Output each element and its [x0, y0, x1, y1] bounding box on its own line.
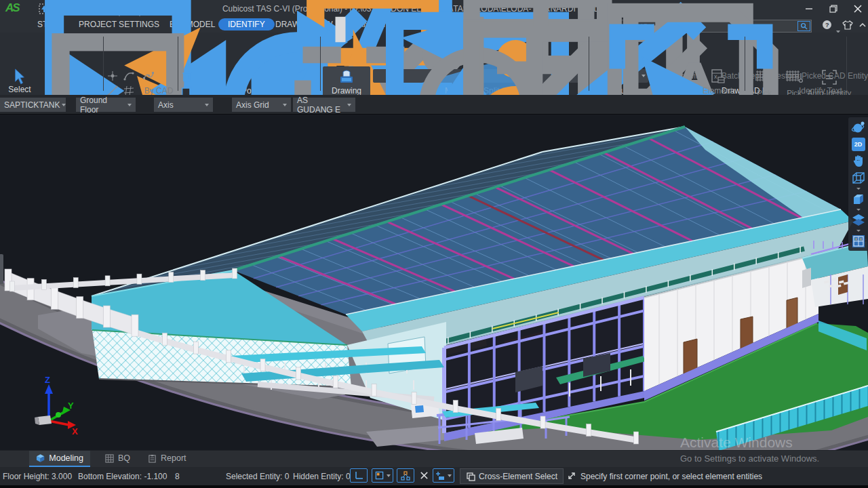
wireframe-view-icon[interactable] [851, 171, 866, 186]
viewport-canvas[interactable]: ZYX 2D KK [0, 114, 868, 451]
side-panel-handle[interactable] [0, 254, 3, 284]
close-button[interactable] [848, 0, 868, 18]
layers-view-icon[interactable] [851, 213, 866, 228]
pick-label-icon [785, 68, 804, 87]
cross-element-icon [466, 472, 475, 481]
delete-icon[interactable] [181, 70, 193, 82]
bq-grid-icon [105, 454, 114, 463]
svg-text:Y: Y [68, 401, 74, 411]
draw-nodeline-icon[interactable] [142, 70, 155, 82]
bottom-elevation-field: Bottom Elevation: -1.100 [78, 472, 167, 481]
app-logo-icon: AS [5, 1, 26, 16]
wireframe-caret-icon[interactable] [856, 188, 861, 190]
report-clipboard-icon [148, 454, 157, 463]
svg-text:X: X [72, 426, 78, 436]
help-icon[interactable]: ? [822, 20, 832, 30]
minimize-button[interactable] [799, 0, 819, 18]
view-2d-icon[interactable]: 2D [851, 137, 866, 152]
element-schedule-icon: x [709, 68, 726, 85]
drawing-manager-icon [338, 68, 355, 85]
view-toolbar: 2D KK [848, 117, 868, 251]
layers-caret-icon[interactable] [856, 230, 861, 232]
pan-hand-icon[interactable] [851, 154, 866, 169]
pick-axis-icon [755, 68, 774, 87]
tab-bq[interactable]: BQ [98, 451, 137, 466]
node-link-button[interactable] [397, 468, 414, 483]
collapse-ribbon-icon[interactable] [859, 21, 867, 29]
context-row: SAPTICKTANK Ground Floor Axis Axis Grid … [0, 95, 868, 114]
tab-report[interactable]: Report [141, 451, 193, 466]
svg-text:Z: Z [45, 375, 50, 385]
workspace-tab-bar: Modeling BQ Report [0, 450, 868, 468]
draw-point-icon[interactable] [106, 70, 119, 82]
select-cursor-icon [12, 68, 27, 85]
svg-text:x: x [714, 73, 717, 80]
restore-button[interactable] [823, 0, 844, 18]
orbit-view-icon[interactable] [851, 120, 866, 135]
tab-modeling[interactable]: Modeling [29, 451, 90, 468]
status-bar: Floor Height: 3.000 Bottom Elevation: -1… [0, 467, 868, 485]
status-message: Specify first corner point, or select el… [580, 472, 762, 481]
cross-element-select-button[interactable]: Cross-Element Select [460, 468, 564, 484]
app-window: { "colors":{"accent":"#3d8fe0","accent_o… [0, 0, 868, 488]
cancel-snap-button[interactable] [415, 468, 433, 483]
add-entity-button[interactable] [433, 468, 454, 483]
drawing-select-dropdown[interactable]: SAPTICKTANK [0, 98, 66, 112]
corner-pick-icon [567, 471, 576, 481]
floor-height-field: Floor Height: 3.000 [3, 472, 72, 481]
grid-count-field: 8 [175, 472, 180, 481]
model-scene: ZYX [0, 115, 868, 451]
svg-text:?: ? [825, 22, 829, 28]
solid-view-icon[interactable] [851, 192, 866, 207]
hidden-entity-field: Hidden Entity: 0 [293, 472, 351, 481]
theme-shirt-icon[interactable] [842, 20, 853, 30]
cad-drawing-dropdown[interactable]: AS GUDANG E [293, 98, 355, 112]
ribbon: Select Batch Polyline Same-Name Select B… [0, 33, 868, 96]
select-button-label: Select [8, 85, 31, 94]
select-button[interactable]: Select [5, 68, 34, 94]
element-name-dropdown[interactable]: Axis Grid [232, 98, 291, 112]
floor-select-dropdown[interactable]: Ground Floor [76, 98, 136, 112]
coordinate-toggle-button[interactable] [350, 468, 368, 483]
search-icon[interactable] [797, 21, 810, 31]
selected-entity-field: Selected Entity: 0 [226, 472, 289, 481]
layer-box-button[interactable] [372, 468, 393, 483]
element-type-dropdown[interactable]: Axis [154, 98, 213, 112]
bottom-strip [0, 485, 868, 488]
modeling-cube-icon [36, 453, 45, 463]
auto-identify-icon [820, 68, 839, 87]
draw-arc-icon[interactable] [123, 70, 135, 82]
solid-caret-icon[interactable] [856, 209, 861, 211]
schedule-view-icon[interactable]: KK [851, 234, 866, 249]
